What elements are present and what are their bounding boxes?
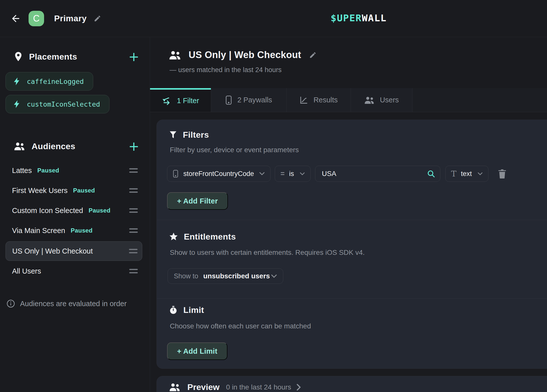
drag-handle-icon[interactable] [129,208,138,213]
operator-select[interactable]: = is [275,166,311,182]
audience-row[interactable]: First Week Users Paused [6,181,142,200]
section-divider [157,220,547,220]
tab-filter-label: 1 Filter [177,97,199,105]
operator-value: is [289,170,294,178]
drag-handle-icon[interactable] [129,228,138,233]
filter-value-input[interactable] [315,166,440,182]
chart-icon [300,96,308,104]
preview-title: Preview [187,382,220,392]
audience-row[interactable]: Via Main Screen Paused [6,221,142,240]
section-divider [157,298,547,299]
audience-name: First Week Users [12,186,68,195]
type-select[interactable]: T text [445,166,488,182]
add-limit-button[interactable]: + Add Limit [167,342,227,360]
back-icon[interactable] [11,13,21,24]
workspace-name: Primary [54,14,87,23]
drag-handle-icon[interactable] [129,249,138,253]
show-to-label: Show to [174,272,198,280]
audience-settings-card: Filters Filter by user, device or event … [157,120,547,369]
audience-row[interactable]: Custom Icon Selected Paused [6,201,142,220]
edit-audience-icon[interactable] [309,51,317,59]
audience-row[interactable]: All Users [6,261,142,281]
drag-handle-icon[interactable] [129,269,138,273]
limit-description: Choose how often each user can be matche… [170,322,311,330]
tab-users-label: Users [380,96,399,104]
audience-name: Via Main Screen [12,227,65,235]
audience-title-row: US Only | Web Checkout [169,50,317,60]
delete-filter-icon[interactable] [498,169,506,178]
preview-card: Preview 0 in the last 24 hours [157,376,547,392]
audiences-header: Audiences + [14,140,139,153]
text-type-icon: T [451,170,456,178]
placement-chip[interactable]: customIconSelected [6,95,109,113]
drag-handle-icon[interactable] [129,168,138,173]
type-value: text [461,170,472,178]
parameter-select[interactable]: storeFrontCountryCode [167,166,270,182]
chevron-down-icon [271,274,277,278]
stopwatch-icon [169,306,177,315]
tab-paywalls[interactable]: 2 Paywalls [211,88,286,112]
audience-row[interactable]: Lattes Paused [6,161,142,180]
audiences-icon [14,142,25,150]
bolt-icon [13,77,20,86]
chevron-down-icon [473,172,483,175]
paused-badge: Paused [37,167,59,174]
placement-chip-label: customIconSelected [27,100,100,108]
placement-chip[interactable]: caffeineLogged [6,72,93,91]
tab-results-label: Results [314,96,338,104]
page-title: US Only | Web Checkout [189,50,301,60]
show-to-select[interactable]: Show to unsubscribed users [168,268,283,284]
audience-name: US Only | Web Checkout [12,247,93,255]
tab-filter[interactable]: 1 Filter [150,88,211,112]
funnel-icon [169,131,177,139]
placement-chip-label: caffeineLogged [27,78,84,85]
tab-results[interactable]: Results [286,88,351,112]
tab-users[interactable]: Users [351,88,413,112]
filters-section-header: Filters [169,130,209,140]
superwall-logo: $UPERWALL [331,13,387,24]
parameter-value: storeFrontCountryCode [183,170,254,178]
add-filter-button[interactable]: + Add Filter [167,192,228,210]
preview-header[interactable]: Preview 0 in the last 24 hours [169,382,301,392]
entitlements-title: Entitlements [184,232,236,242]
top-bar: C Primary $UPERWALL [0,0,547,37]
sidebar: Placements + caffeineLogged customIconSe… [0,37,150,392]
audiences-title: Audiences [32,141,75,151]
audience-row-selected[interactable]: US Only | Web Checkout [6,241,142,261]
filter-arrow-icon [162,97,171,105]
device-icon [173,170,178,178]
edit-workspace-icon[interactable] [94,15,101,22]
page-subtitle: — users matched in the last 24 hours [170,66,282,74]
bolt-icon [13,100,20,108]
footnote-text: Audiences are evaluated in order [20,300,127,308]
logo-accent: $UPER [331,13,362,24]
placements-title: Placements [29,52,77,62]
tab-strip: 1 Filter 2 Paywalls Results Users [150,88,547,112]
paused-badge: Paused [89,207,110,214]
location-pin-icon [14,52,23,62]
workspace-avatar[interactable]: C [29,11,44,26]
filters-description: Filter by user, device or event paramete… [170,146,299,154]
star-icon [169,233,178,241]
add-audience-button[interactable]: + [128,141,139,151]
filter-row: storeFrontCountryCode = is [167,166,506,182]
app-window: C Primary $UPERWALL Placements + caffein… [0,0,547,392]
limit-title: Limit [183,305,204,315]
chevron-right-icon [297,384,301,391]
placements-header: Placements + [14,50,139,63]
equals-icon: = [281,170,285,178]
tab-paywalls-label: 2 Paywalls [237,96,272,104]
logo-rest: WALL [362,13,387,24]
drag-handle-icon[interactable] [129,188,138,193]
entitlements-description: Show to users with certain entitlements.… [170,249,365,257]
add-placement-button[interactable]: + [128,52,139,62]
phone-icon [225,95,232,105]
filters-title: Filters [183,130,209,140]
info-icon [7,299,15,308]
preview-users-icon [169,383,180,391]
filter-value-wrap [315,166,440,182]
limit-section-header: Limit [169,305,204,315]
audience-name: Lattes [12,166,32,175]
main-panel: US Only | Web Checkout — users matched i… [150,37,547,392]
entitlements-section-header: Entitlements [169,232,236,242]
